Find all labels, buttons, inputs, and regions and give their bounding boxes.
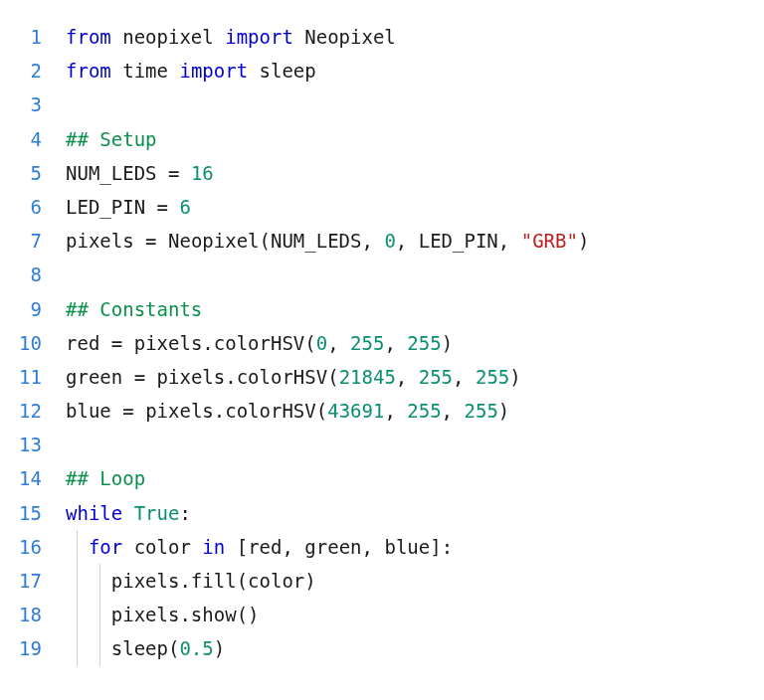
- punctuation: .: [179, 570, 190, 592]
- line-number: 9: [0, 292, 42, 326]
- line-number: 8: [0, 258, 42, 291]
- space: [179, 162, 190, 184]
- number: 255: [350, 332, 384, 354]
- identifier: green: [304, 536, 361, 558]
- identifier: blue: [384, 536, 430, 558]
- code-line: red = pixels.colorHSV(0, 255, 255): [66, 326, 764, 360]
- code-line: [66, 428, 764, 461]
- code-editor: 1 2 3 4 5 6 7 8 9 10 11 12 13 14 15 16 1…: [0, 20, 764, 666]
- punctuation: ): [214, 637, 225, 659]
- punctuation: :: [442, 536, 453, 558]
- space: [157, 162, 168, 184]
- keyword: import: [225, 26, 293, 48]
- punctuation: ,: [362, 536, 385, 558]
- punctuation: (: [260, 230, 271, 252]
- punctuation: ): [578, 230, 589, 252]
- punctuation: ,: [396, 230, 419, 252]
- identifier: colorHSV: [237, 366, 328, 388]
- keyword: in: [202, 536, 225, 558]
- punctuation: .: [214, 400, 225, 422]
- space: [225, 536, 236, 558]
- code-line: for color in [red, green, blue]:: [66, 530, 764, 564]
- boolean: True: [134, 502, 180, 524]
- code-line: ## Constants: [66, 292, 764, 326]
- space: [111, 60, 122, 82]
- indent-guide: [77, 564, 78, 598]
- indent-guide: [99, 598, 100, 631]
- line-number: 12: [0, 394, 42, 428]
- space: [191, 536, 202, 558]
- space: [134, 400, 145, 422]
- space: [157, 230, 168, 252]
- punctuation: ,: [498, 230, 521, 252]
- identifier: red: [66, 332, 99, 354]
- identifier: pixels: [66, 230, 134, 252]
- punctuation: ,: [384, 400, 407, 422]
- operator: =: [122, 400, 133, 422]
- punctuation: (: [316, 400, 327, 422]
- space: [99, 332, 110, 354]
- punctuation: ): [304, 570, 315, 592]
- punctuation: (: [327, 366, 338, 388]
- comment: ## Loop: [66, 467, 145, 489]
- space: [111, 26, 122, 48]
- code-line: pixels.fill(color): [66, 564, 764, 598]
- identifier: sleep: [260, 60, 316, 82]
- line-number: 7: [0, 224, 42, 258]
- code-line: green = pixels.colorHSV(21845, 255, 255): [66, 360, 764, 394]
- code-line: pixels = Neopixel(NUM_LEDS, 0, LED_PIN, …: [66, 224, 764, 258]
- string: "GRB": [521, 230, 578, 252]
- line-number: 1: [0, 20, 42, 54]
- identifier: pixels: [134, 332, 203, 354]
- identifier: LED_PIN: [66, 196, 145, 218]
- space: [122, 366, 133, 388]
- line-number: 18: [0, 598, 42, 631]
- operator: =: [134, 366, 145, 388]
- punctuation: ,: [282, 536, 304, 558]
- number: 255: [407, 332, 441, 354]
- line-number: 17: [0, 564, 42, 598]
- keyword: from: [66, 60, 111, 82]
- line-number: 4: [0, 122, 42, 156]
- identifier: Neopixel: [168, 230, 260, 252]
- line-number: 3: [0, 88, 42, 121]
- space: [122, 536, 133, 558]
- number: 43691: [327, 400, 384, 422]
- punctuation: (: [168, 637, 179, 659]
- identifier: time: [122, 60, 168, 82]
- operator: =: [145, 230, 156, 252]
- comment: ## Constants: [66, 298, 202, 320]
- identifier: blue: [66, 400, 111, 422]
- identifier: Neopixel: [304, 26, 396, 48]
- identifier: pixels: [111, 570, 180, 592]
- punctuation: ): [442, 332, 453, 354]
- space: [145, 196, 156, 218]
- identifier: colorHSV: [225, 400, 316, 422]
- code-line: NUM_LEDS = 16: [66, 156, 764, 190]
- identifier: pixels: [157, 366, 226, 388]
- punctuation: ,: [442, 400, 465, 422]
- punctuation: ,: [327, 332, 350, 354]
- keyword: for: [89, 536, 122, 558]
- punctuation: ,: [453, 366, 476, 388]
- identifier: NUM_LEDS: [66, 162, 157, 184]
- punctuation: ): [248, 604, 259, 625]
- number: 0.5: [179, 637, 213, 659]
- punctuation: ,: [384, 332, 407, 354]
- number: 255: [476, 366, 509, 388]
- number: 21845: [339, 366, 396, 388]
- punctuation: :: [179, 502, 190, 524]
- identifier: color: [134, 536, 191, 558]
- code-line: [66, 88, 764, 121]
- punctuation: (: [304, 332, 315, 354]
- operator: =: [111, 332, 122, 354]
- space: [293, 26, 304, 48]
- indent-guide: [77, 598, 78, 631]
- keyword: import: [179, 60, 248, 82]
- code-content[interactable]: from neopixel import Neopixel from time …: [66, 20, 764, 666]
- code-line: ## Setup: [66, 122, 764, 156]
- identifier: sleep: [111, 637, 168, 659]
- number: 0: [384, 230, 395, 252]
- punctuation: .: [225, 366, 236, 388]
- identifier: pixels: [145, 400, 214, 422]
